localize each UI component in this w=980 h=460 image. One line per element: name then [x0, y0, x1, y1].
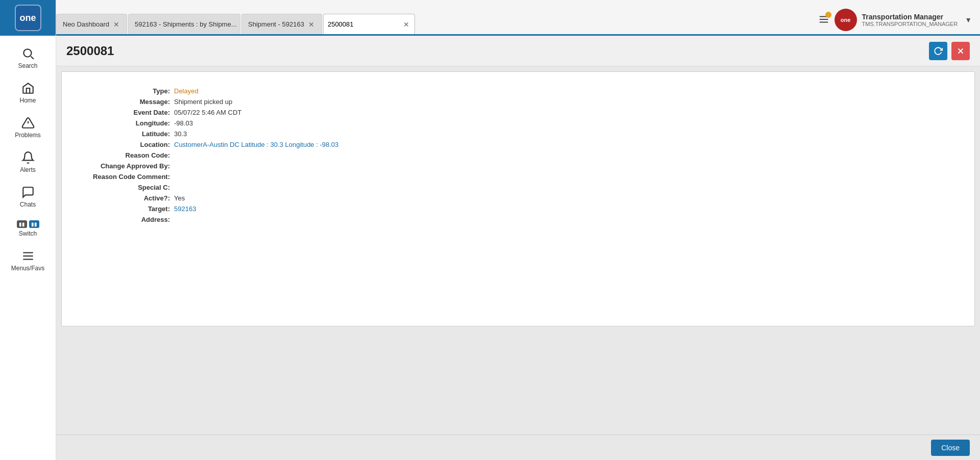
- menu-icon: [21, 249, 35, 263]
- tab-592163-shipments[interactable]: 592163 - Shipments : by Shipme... ✕: [128, 14, 240, 34]
- avatar: one: [835, 9, 857, 31]
- switch-icon: ▮▮ ▮▮: [17, 220, 39, 228]
- tab-close-neo-dashboard[interactable]: ✕: [112, 20, 120, 29]
- detail-row-type: Type: Delayed: [72, 87, 964, 95]
- value-active: Yes: [174, 194, 185, 202]
- sidebar-item-menus[interactable]: Menus/Favs: [0, 243, 56, 278]
- value-location[interactable]: CustomerA-Austin DC Latitude : 30.3 Long…: [174, 141, 338, 148]
- sidebar-item-switch[interactable]: ▮▮ ▮▮ Switch: [0, 214, 56, 243]
- sidebar-label-alerts: Alerts: [20, 166, 36, 173]
- tab-label-neo-dashboard: Neo Dashboard: [63, 20, 109, 28]
- page-header: 2500081: [56, 36, 980, 66]
- label-location: Location:: [72, 141, 174, 148]
- app-logo: one: [0, 0, 56, 36]
- detail-row-longitude: Longitude: -98.03: [72, 119, 964, 127]
- sidebar-item-search[interactable]: Search: [0, 41, 56, 75]
- tab-close-592163[interactable]: ✕: [240, 20, 241, 29]
- detail-row-target: Target: 592163: [72, 205, 964, 213]
- sidebar-label-home: Home: [19, 97, 36, 104]
- close-x-icon: [956, 46, 965, 56]
- label-change-approved: Change Approved By:: [72, 162, 174, 170]
- value-target[interactable]: 592163: [174, 205, 196, 213]
- detail-table: Type: Delayed Message: Shipment picked u…: [72, 87, 964, 223]
- detail-row-location: Location: CustomerA-Austin DC Latitude :…: [72, 141, 964, 148]
- user-role: TMS.TRANSPORTATION_MANAGER: [862, 21, 958, 27]
- label-address: Address:: [72, 216, 174, 223]
- detail-row-change-approved: Change Approved By:: [72, 162, 964, 170]
- tab-label-shipment: Shipment - 592163: [248, 20, 304, 28]
- label-latitude: Latitude:: [72, 130, 174, 138]
- footer: Close: [56, 435, 980, 460]
- sidebar-label-problems: Problems: [15, 132, 41, 139]
- tab-neo-dashboard[interactable]: Neo Dashboard ✕: [56, 14, 127, 34]
- label-active: Active?:: [72, 194, 174, 202]
- detail-row-active: Active?: Yes: [72, 194, 964, 202]
- sidebar-label-chats: Chats: [20, 201, 36, 208]
- label-type: Type:: [72, 87, 174, 95]
- sidebar-item-chats[interactable]: Chats: [0, 180, 56, 214]
- warning-icon: [21, 116, 35, 130]
- tab-2500081-active[interactable]: ✕: [323, 14, 415, 34]
- sidebar-item-alerts[interactable]: Alerts: [0, 145, 56, 180]
- sidebar-label-switch: Switch: [19, 230, 37, 237]
- bell-icon: [21, 151, 35, 164]
- label-reason-comment: Reason Code Comment:: [72, 173, 174, 181]
- logo-text: one: [19, 13, 36, 23]
- tab-close-2500081[interactable]: ✕: [402, 20, 410, 29]
- label-target: Target:: [72, 205, 174, 213]
- value-type: Delayed: [174, 87, 199, 95]
- value-longitude: -98.03: [174, 119, 193, 127]
- label-longitude: Longitude:: [72, 119, 174, 127]
- chat-icon: [21, 186, 35, 199]
- switch-icon-left: ▮▮: [17, 220, 27, 228]
- hamburger-menu-btn[interactable]: [818, 14, 829, 27]
- user-name: Transportation Manager: [862, 13, 958, 21]
- tab-label-592163: 592163 - Shipments : by Shipme...: [135, 20, 236, 28]
- avatar-text: one: [841, 17, 851, 23]
- user-info: Transportation Manager TMS.TRANSPORTATIO…: [862, 13, 958, 27]
- svg-line-1: [31, 56, 33, 59]
- value-message: Shipment picked up: [174, 98, 232, 106]
- header-right: one Transportation Manager TMS.TRANSPORT…: [818, 9, 981, 34]
- page-title: 2500081: [66, 44, 114, 58]
- refresh-button[interactable]: [929, 42, 947, 60]
- svg-point-0: [23, 49, 31, 57]
- label-event-date: Event Date:: [72, 109, 174, 116]
- tab-input-2500081[interactable]: [328, 20, 399, 28]
- close-button[interactable]: Close: [931, 440, 970, 456]
- content-area: Type: Delayed Message: Shipment picked u…: [56, 66, 980, 435]
- detail-row-special-c: Special C:: [72, 184, 964, 191]
- detail-row-event-date: Event Date: 05/07/22 5:46 AM CDT: [72, 109, 964, 116]
- detail-row-reason-code: Reason Code:: [72, 151, 964, 159]
- home-icon: [21, 82, 35, 95]
- label-message: Message:: [72, 98, 174, 106]
- sidebar: one Search Home Problems: [0, 0, 56, 460]
- label-special-c: Special C:: [72, 184, 174, 191]
- label-reason-code: Reason Code:: [72, 151, 174, 159]
- detail-panel: Type: Delayed Message: Shipment picked u…: [61, 71, 975, 326]
- user-dropdown-arrow[interactable]: ▼: [965, 16, 972, 24]
- sidebar-label-menus: Menus/Favs: [11, 265, 44, 272]
- sidebar-item-home[interactable]: Home: [0, 75, 56, 110]
- sidebar-item-problems[interactable]: Problems: [0, 110, 56, 145]
- detail-row-address: Address:: [72, 216, 964, 223]
- switch-icon-right: ▮▮: [29, 220, 39, 228]
- tab-bar: Neo Dashboard ✕ 592163 - Shipments : by …: [56, 0, 818, 34]
- tab-shipment-592163[interactable]: Shipment - 592163 ✕: [241, 14, 322, 34]
- detail-row-reason-comment: Reason Code Comment:: [72, 173, 964, 181]
- refresh-icon: [934, 46, 943, 56]
- search-icon: [21, 47, 35, 60]
- close-x-button[interactable]: [951, 42, 970, 60]
- top-bar: Neo Dashboard ✕ 592163 - Shipments : by …: [56, 0, 980, 36]
- detail-row-message: Message: Shipment picked up: [72, 98, 964, 106]
- value-event-date: 05/07/22 5:46 AM CDT: [174, 109, 241, 116]
- value-latitude: 30.3: [174, 130, 187, 138]
- star-badge: [825, 12, 831, 18]
- main-area: Neo Dashboard ✕ 592163 - Shipments : by …: [56, 0, 980, 460]
- header-actions: [929, 42, 970, 60]
- detail-row-latitude: Latitude: 30.3: [72, 130, 964, 138]
- sidebar-label-search: Search: [18, 62, 37, 69]
- tab-close-shipment[interactable]: ✕: [307, 20, 315, 29]
- logo-box: one: [15, 5, 41, 31]
